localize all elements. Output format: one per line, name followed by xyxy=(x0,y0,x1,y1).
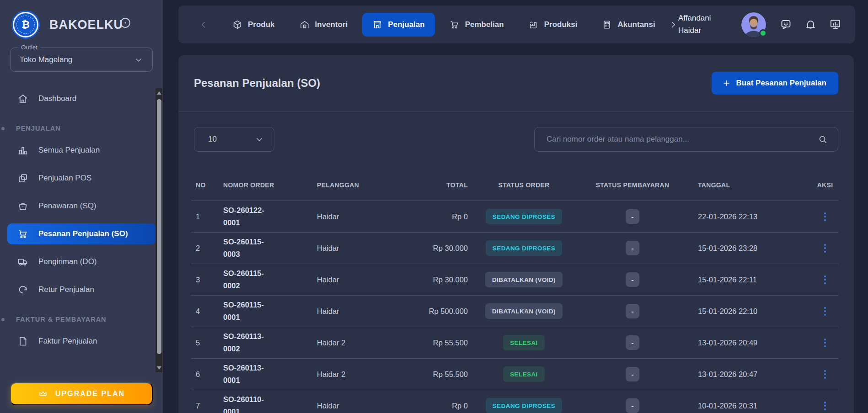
outlet-select[interactable]: Outlet Toko Magelang xyxy=(10,48,153,72)
tab-produk[interactable]: Produk xyxy=(222,13,285,37)
sidebar-collapse-icon[interactable] xyxy=(119,16,132,29)
column-header-status-pembayaran: STATUS PEMBAYARAN xyxy=(580,181,685,189)
customer-name: Haidar xyxy=(317,275,422,284)
feedback-chat-icon[interactable] xyxy=(780,18,792,31)
tab-pembelian[interactable]: Pembelian xyxy=(439,13,514,37)
sidebar-item-label: Pesanan Penjualan (SO) xyxy=(38,229,128,238)
order-total: Rp 500.000 xyxy=(422,307,468,316)
sidebar-item-pengiriman-do[interactable]: Pengiriman (DO) xyxy=(7,251,155,272)
column-header-aksi: AKSI xyxy=(814,181,836,189)
sidebar-item-retur-penjualan[interactable]: Retur Penjualan xyxy=(7,279,155,300)
sidebar-section-label: FAKTUR & PEMBAYARAN xyxy=(7,316,155,323)
copy-icon xyxy=(17,173,28,184)
section-bullet-icon xyxy=(1,127,5,130)
row-actions-menu-icon[interactable] xyxy=(821,304,829,318)
scroll-up-icon[interactable] xyxy=(155,89,162,96)
truck-icon xyxy=(17,256,28,267)
order-status-badge: SELESAI xyxy=(503,366,545,382)
section-bullet-icon xyxy=(1,318,5,321)
upgrade-plan-button[interactable]: UPGRADE PLAN xyxy=(10,382,153,405)
row-number: 4 xyxy=(191,307,223,316)
order-total: Rp 0 xyxy=(422,212,468,221)
sidebar-scrollbar[interactable] xyxy=(155,88,162,372)
row-actions-menu-icon[interactable] xyxy=(821,273,829,287)
sidebar-item-label: Retur Penjualan xyxy=(38,285,94,294)
search-icon[interactable] xyxy=(818,134,828,144)
avatar[interactable] xyxy=(741,12,766,37)
create-sales-order-button[interactable]: + Buat Pesanan Penjualan xyxy=(712,72,838,95)
search-box xyxy=(534,127,838,152)
factory-icon xyxy=(529,20,539,30)
tab-label: Pembelian xyxy=(465,20,504,29)
tab-produksi[interactable]: Produksi xyxy=(519,13,588,37)
warehouse-icon xyxy=(300,20,310,30)
store-icon xyxy=(372,20,382,30)
column-header-total: TOTAL xyxy=(422,181,468,189)
order-number: SO-260115-0001 xyxy=(223,299,279,323)
page-size-value: 10 xyxy=(208,135,255,144)
payment-status-badge: - xyxy=(626,367,639,381)
sidebar-item-penawaran-sq[interactable]: Penawaran (SQ) xyxy=(7,196,155,217)
order-number: SO-260110-0001 xyxy=(223,393,279,413)
page-size-select[interactable]: 10 xyxy=(194,127,274,152)
chevron-down-icon xyxy=(134,55,143,64)
row-number: 7 xyxy=(191,402,223,410)
sidebar-item-pesanan-penjualan-so[interactable]: Pesanan Penjualan (SO) xyxy=(7,223,155,244)
row-actions-menu-icon[interactable] xyxy=(821,367,829,381)
notifications-bell-icon[interactable] xyxy=(804,18,817,31)
order-status-badge: DIBATALKAN (VOID) xyxy=(485,272,563,287)
order-total: Rp 30.000 xyxy=(422,244,468,253)
order-total: Rp 0 xyxy=(422,402,468,410)
tab-penjualan[interactable]: Penjualan xyxy=(362,13,434,37)
column-header-pelanggan: PELANGGAN xyxy=(317,181,422,189)
sidebar-section-label: PENJUALAN xyxy=(7,125,155,132)
module-tabs: ProdukInventoriPenjualanPembelianProduks… xyxy=(222,13,665,37)
order-date: 13-01-2026 20:47 xyxy=(685,370,814,379)
order-date: 22-01-2026 22:13 xyxy=(685,212,814,221)
sidebar-item-faktur-penjualan[interactable]: Faktur Penjualan xyxy=(7,331,155,352)
row-actions-menu-icon[interactable] xyxy=(821,241,829,255)
sales-orders-table: NONOMOR ORDERPELANGGANTOTALSTATUS ORDERS… xyxy=(191,169,838,413)
top-navigation: ProdukInventoriPenjualanPembelianProduks… xyxy=(178,5,855,43)
online-status-dot xyxy=(759,29,767,37)
payment-status-badge: - xyxy=(626,335,639,350)
row-actions-menu-icon[interactable] xyxy=(821,336,829,350)
table-row: 4 SO-260115-0001 Haidar Rp 500.000 DIBAT… xyxy=(191,296,838,327)
sidebar-item-penjualan-pos[interactable]: Penjualan POS xyxy=(7,168,155,189)
customer-name: Haidar xyxy=(317,402,422,410)
sidebar-item-dashboard[interactable]: Dashboard xyxy=(7,88,155,109)
column-header-no: NO xyxy=(191,181,223,189)
order-status-badge: SELESAI xyxy=(503,335,545,350)
order-total: Rp 55.500 xyxy=(422,339,468,347)
order-status-badge: SEDANG DIPROSES xyxy=(486,398,562,413)
scrollbar-thumb[interactable] xyxy=(157,99,161,354)
chevron-left-icon[interactable] xyxy=(198,20,209,30)
row-actions-menu-icon[interactable] xyxy=(821,210,829,224)
column-header-status-order: STATUS ORDER xyxy=(468,181,580,189)
column-header-tanggal: TANGGAL xyxy=(685,181,814,189)
order-status-badge: DIBATALKAN (VOID) xyxy=(485,303,563,319)
table-head: NONOMOR ORDERPELANGGANTOTALSTATUS ORDERS… xyxy=(191,169,838,201)
tab-akuntansi[interactable]: Akuntansi xyxy=(592,13,665,37)
sales-orders-card: Pesanan Penjualan (SO) + Buat Pesanan Pe… xyxy=(178,55,854,413)
sidebar-item-semua-penjualan[interactable]: Semua Penjualan xyxy=(7,140,155,161)
payment-status-badge: - xyxy=(626,304,639,318)
user-name: Affandani Haidar xyxy=(678,12,726,37)
scroll-down-icon[interactable] xyxy=(155,364,162,371)
brand-name: BAKOELKU xyxy=(49,18,123,32)
tab-inventori[interactable]: Inventori xyxy=(289,13,358,37)
table-controls: 10 xyxy=(194,127,838,152)
bar-chart-icon xyxy=(17,145,28,156)
customer-name: Haidar xyxy=(317,212,422,221)
tab-label: Penjualan xyxy=(388,20,424,29)
order-date: 13-01-2026 20:49 xyxy=(685,339,814,347)
display-kiosk-icon[interactable] xyxy=(829,18,841,31)
user-block: Affandani Haidar xyxy=(678,12,841,37)
search-input[interactable] xyxy=(547,135,818,144)
outlet-label: Outlet xyxy=(18,44,41,51)
card-header: Pesanan Penjualan (SO) + Buat Pesanan Pe… xyxy=(178,55,854,112)
order-number: SO-260115-0002 xyxy=(223,267,279,292)
row-actions-menu-icon[interactable] xyxy=(821,399,829,413)
chevron-right-icon[interactable] xyxy=(668,20,678,30)
order-total: Rp 55.500 xyxy=(422,370,468,379)
